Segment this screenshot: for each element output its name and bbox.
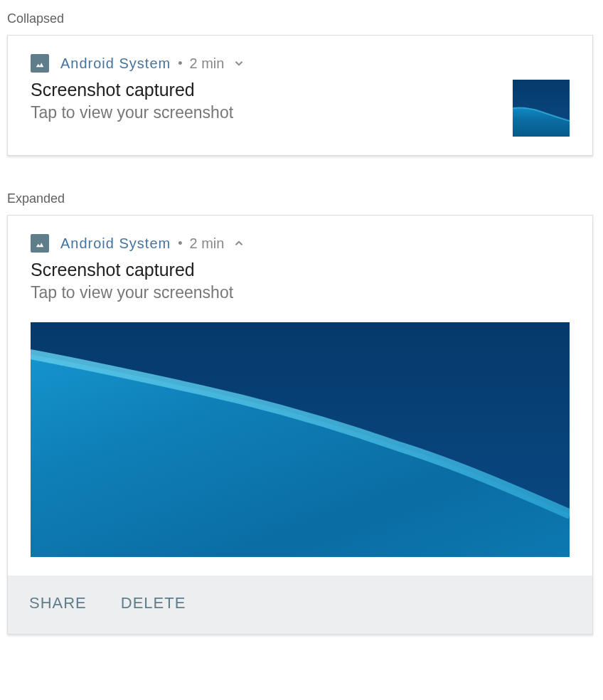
- notification-subtitle: Tap to view your screenshot: [31, 283, 570, 302]
- notification-title: Screenshot captured: [31, 260, 570, 280]
- notification-card-collapsed[interactable]: Android System • 2 min Screenshot captur…: [7, 35, 593, 156]
- notification-header[interactable]: Android System • 2 min: [31, 234, 570, 253]
- notification-subtitle: Tap to view your screenshot: [31, 103, 501, 122]
- notification-title: Screenshot captured: [31, 80, 501, 100]
- image-icon: [31, 54, 49, 73]
- chevron-down-icon[interactable]: [233, 57, 245, 70]
- expanded-section-label: Expanded: [7, 191, 596, 206]
- timestamp: 2 min: [189, 55, 224, 72]
- chevron-up-icon[interactable]: [233, 237, 245, 250]
- share-button[interactable]: SHARE: [29, 594, 87, 612]
- collapsed-section-label: Collapsed: [7, 11, 596, 26]
- screenshot-thumbnail: [513, 80, 570, 137]
- delete-button[interactable]: DELETE: [121, 594, 186, 612]
- header-separator: •: [178, 236, 182, 251]
- timestamp: 2 min: [189, 235, 224, 252]
- app-name: Android System: [60, 55, 171, 72]
- screenshot-big-picture: [31, 322, 570, 557]
- app-name: Android System: [60, 235, 171, 252]
- notification-actions: SHARE DELETE: [8, 576, 592, 634]
- notification-header[interactable]: Android System • 2 min: [31, 54, 570, 73]
- notification-card-expanded[interactable]: Android System • 2 min Screenshot captur…: [7, 215, 593, 635]
- header-separator: •: [178, 56, 182, 71]
- image-icon: [31, 234, 49, 253]
